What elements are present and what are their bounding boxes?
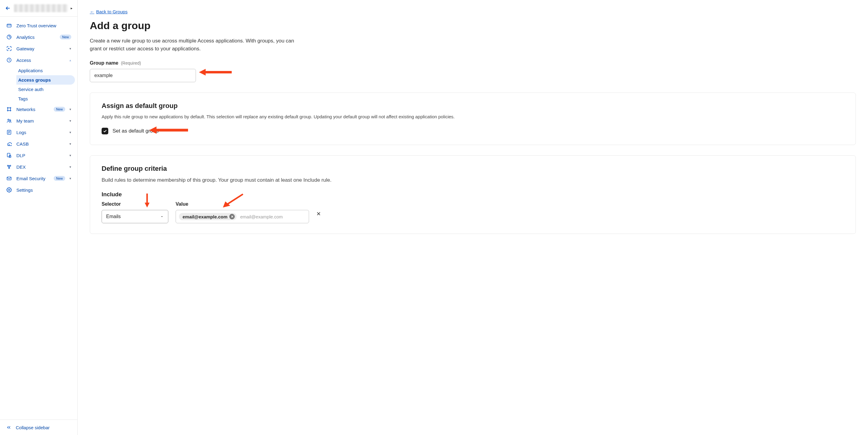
dex-icon — [6, 164, 12, 170]
sidebar-nav: Zero Trust overviewAnalyticsNewGateway▾A… — [0, 17, 78, 420]
value-chip: email@example.com ✕ — [179, 213, 237, 220]
chevron-down-icon — [160, 215, 164, 218]
sidebar-item-my-team[interactable]: My team▾ — [0, 115, 78, 126]
svg-point-3 — [7, 107, 8, 108]
chevron-down-icon: ▾ — [69, 107, 71, 111]
sidebar-sub-items: ApplicationsAccess groupsService authTag… — [0, 66, 78, 103]
svg-point-6 — [10, 110, 11, 111]
set-default-checkbox-label: Set as default group — [113, 128, 159, 134]
back-link-label: Back to Groups — [96, 9, 127, 14]
svg-point-16 — [8, 189, 10, 191]
account-switcher-redacted[interactable] — [14, 4, 68, 12]
sidebar-item-label: Networks — [17, 107, 50, 112]
arrow-left-icon: ← — [90, 9, 94, 14]
gateway-icon — [6, 45, 12, 52]
sidebar-item-label: Logs — [17, 130, 65, 135]
new-badge: New — [54, 176, 65, 181]
svg-point-14 — [8, 167, 10, 169]
collapse-icon — [6, 425, 11, 430]
chevron-down-icon: ▾ — [69, 177, 71, 181]
sidebar-item-dlp[interactable]: DLP▾ — [0, 150, 78, 161]
chevron-down-icon: ▾ — [69, 154, 71, 157]
include-rule-row: Selector Emails — [102, 201, 844, 223]
required-hint: (Required) — [121, 61, 141, 65]
set-default-checkbox[interactable] — [102, 128, 108, 134]
criteria-card: Define group criteria Build rules to det… — [90, 155, 856, 234]
settings-icon — [6, 187, 12, 193]
default-group-card: Assign as default group Apply this rule … — [90, 93, 856, 145]
chevron-down-icon: ▾ — [69, 47, 71, 51]
chevron-down-icon: ▾ — [69, 142, 71, 146]
sidebar-item-analytics[interactable]: AnalyticsNew — [0, 31, 78, 43]
sidebar-subitem-service-auth[interactable]: Service auth — [17, 85, 75, 94]
default-group-description: Apply this rule group to new application… — [102, 114, 844, 120]
sidebar-item-casb[interactable]: CASB▾ — [0, 138, 78, 150]
sidebar-item-logs[interactable]: Logs▾ — [0, 126, 78, 138]
sidebar-subitem-access-groups[interactable]: Access groups — [17, 75, 75, 85]
page-title: Add a group — [90, 20, 856, 32]
sidebar-item-label: My team — [17, 118, 65, 123]
criteria-description: Build rules to determine membership of t… — [102, 176, 844, 184]
remove-chip-icon[interactable]: ✕ — [229, 214, 235, 219]
svg-rect-15 — [7, 177, 11, 180]
sidebar-item-dex[interactable]: DEX▾ — [0, 161, 78, 173]
chevron-down-icon: ▾ — [69, 130, 71, 134]
sidebar-item-label: Access — [17, 58, 65, 63]
group-name-input[interactable] — [90, 69, 196, 82]
group-name-label: Group name (Required) — [90, 60, 141, 65]
main-content: ← Back to Groups Add a group Create a ne… — [78, 0, 868, 435]
selector-label: Selector — [102, 201, 168, 207]
svg-point-7 — [8, 119, 9, 121]
logs-icon — [6, 129, 12, 135]
chevron-down-icon: ▾ — [69, 165, 71, 169]
svg-rect-0 — [7, 24, 11, 27]
caret-right-icon: ▸ — [71, 6, 72, 10]
remove-rule-button[interactable]: ✕ — [316, 208, 323, 217]
casb-icon — [6, 141, 12, 147]
collapse-sidebar-label: Collapse sidebar — [16, 425, 50, 430]
back-arrow-icon[interactable] — [5, 5, 11, 11]
group-name-field: Group name (Required) — [90, 60, 856, 82]
overview-icon — [6, 23, 12, 29]
new-badge: New — [60, 35, 71, 39]
team-icon — [6, 118, 12, 124]
email-icon — [6, 175, 12, 181]
sidebar-item-email-security[interactable]: Email SecurityNew▾ — [0, 173, 78, 184]
access-icon — [6, 57, 12, 63]
value-text-input[interactable] — [239, 213, 306, 221]
svg-point-8 — [10, 120, 11, 121]
sidebar-header: ▸ — [0, 0, 78, 17]
default-group-heading: Assign as default group — [102, 102, 844, 110]
sidebar-item-label: Settings — [17, 187, 71, 193]
criteria-heading: Define group criteria — [102, 165, 844, 173]
sidebar-item-access[interactable]: Access▴ — [0, 54, 78, 66]
page-description: Create a new rule group to use across mu… — [90, 37, 299, 53]
sidebar: ▸ Zero Trust overviewAnalyticsNewGateway… — [0, 0, 78, 435]
value-label: Value — [176, 201, 309, 207]
value-chip-label: email@example.com — [183, 214, 227, 219]
chevron-up-icon: ▴ — [69, 58, 71, 62]
sidebar-item-settings[interactable]: Settings — [0, 184, 78, 196]
selector-dropdown[interactable]: Emails — [102, 210, 168, 223]
selector-value: Emails — [106, 214, 121, 219]
back-to-groups-link[interactable]: ← Back to Groups — [90, 9, 127, 14]
sidebar-subitem-tags[interactable]: Tags — [17, 94, 75, 103]
sidebar-subitem-applications[interactable]: Applications — [17, 66, 75, 75]
chevron-down-icon: ▾ — [69, 119, 71, 123]
sidebar-item-zero-trust-overview[interactable]: Zero Trust overview — [0, 20, 78, 31]
sidebar-item-networks[interactable]: NetworksNew▾ — [0, 103, 78, 115]
svg-point-4 — [10, 107, 11, 108]
default-group-checkbox-row: Set as default group — [102, 128, 844, 134]
new-badge: New — [54, 107, 65, 112]
svg-marker-18 — [199, 69, 206, 75]
collapse-sidebar-button[interactable]: Collapse sidebar — [0, 420, 78, 435]
dlp-icon — [6, 152, 12, 158]
sidebar-item-label: Analytics — [17, 35, 56, 40]
sidebar-item-label: Gateway — [17, 46, 65, 51]
sidebar-item-label: Zero Trust overview — [17, 23, 71, 28]
value-input-container[interactable]: email@example.com ✕ — [176, 210, 309, 223]
sidebar-item-label: CASB — [17, 142, 65, 147]
sidebar-item-label: Email Security — [17, 176, 50, 181]
sidebar-item-label: DLP — [17, 153, 65, 158]
sidebar-item-gateway[interactable]: Gateway▾ — [0, 43, 78, 54]
